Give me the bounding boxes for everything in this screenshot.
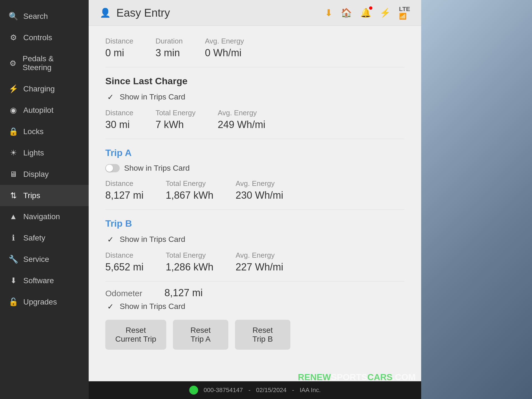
slc-distance-block: Distance 30 mi (105, 109, 133, 131)
watermark: RENEWSPORTSCARS.COM (298, 372, 416, 382)
current-duration-label: Duration (155, 37, 183, 45)
trip-b-avg-energy-block: Avg. Energy 227 Wh/mi (236, 251, 283, 273)
sidebar-label-software: Software (23, 276, 54, 285)
sidebar-label-charging: Charging (23, 85, 55, 93)
sidebar-label-pedals: Pedals & Steering (22, 54, 80, 72)
trip-b-section: Trip B ✓ Show in Trips Card Distance 5,6… (105, 218, 405, 273)
sidebar-label-display: Display (23, 170, 49, 179)
service-icon: 🔧 (8, 255, 18, 264)
sidebar-item-display[interactable]: 🖥 Display (0, 163, 89, 185)
trip-a-energy-block: Total Energy 1,867 kWh (166, 179, 213, 201)
since-last-charge-checkmark: ✓ (105, 92, 115, 102)
sidebar-item-autopilot[interactable]: ◉ Autopilot (0, 99, 89, 121)
software-icon: ⬇ (8, 276, 18, 285)
status-dot (189, 386, 198, 395)
trip-b-distance-value: 5,652 mi (105, 261, 144, 273)
reset-trip-b-button[interactable]: ResetTrip B (235, 320, 290, 350)
sidebar-item-trips[interactable]: ⇅ Trips (0, 185, 89, 206)
sidebar-item-upgrades[interactable]: 🔓 Upgrades (0, 291, 89, 313)
trip-a-toggle-label: Show in Trips Card (124, 164, 190, 173)
bottom-bar-separator2: - (292, 387, 294, 394)
since-last-charge-toggle-label: Show in Trips Card (120, 93, 185, 101)
bottom-bar-phone: 000-38754147 (204, 387, 243, 394)
trip-a-distance-value: 8,127 mi (105, 190, 144, 201)
current-distance-value: 0 mi (105, 47, 133, 59)
odometer-toggle-row[interactable]: ✓ Show in Trips Card (105, 301, 405, 311)
content-area: Distance 0 mi Duration 3 min Avg. Energy… (89, 26, 421, 381)
bluetooth-icon: ⚡ (380, 7, 391, 18)
watermark-cars: CARS (367, 372, 393, 382)
trip-a-toggle-row[interactable]: Show in Trips Card (105, 164, 405, 173)
autopilot-icon: ◉ (8, 106, 18, 115)
page-title: Easy Entry (116, 7, 319, 19)
header: 👤 Easy Entry ⬇ 🏠 🔔 ⚡ LTE📶 (89, 0, 421, 26)
lock-icon: 🔒 (8, 127, 18, 136)
divider-3 (105, 209, 405, 210)
sidebar-item-controls[interactable]: ⚙ Controls (0, 27, 89, 48)
reset-trip-a-button[interactable]: ResetTrip A (173, 320, 228, 350)
sidebar-label-trips: Trips (23, 191, 40, 200)
trip-b-total-energy-label: Total Energy (166, 251, 213, 260)
trip-a-total-energy-value: 1,867 kWh (166, 190, 213, 201)
sidebar-item-search[interactable]: 🔍 Search (0, 6, 89, 27)
sidebar-item-service[interactable]: 🔧 Service (0, 249, 89, 270)
since-last-charge-title: Since Last Charge (105, 76, 405, 86)
trip-a-toggle-switch[interactable] (105, 164, 120, 172)
upgrades-icon: 🔓 (8, 297, 18, 306)
trip-b-title: Trip B (105, 218, 405, 229)
since-last-charge-toggle-row[interactable]: ✓ Show in Trips Card (105, 92, 405, 102)
trip-b-avg-energy-label: Avg. Energy (236, 251, 283, 260)
sidebar-item-pedals[interactable]: ⚙ Pedals & Steering (0, 48, 89, 78)
divider-2 (105, 139, 405, 139)
bottom-bar-company: IAA Inc. (300, 387, 321, 394)
sidebar-item-charging[interactable]: ⚡ Charging (0, 78, 89, 99)
watermark-sports: SPORTS (331, 372, 367, 382)
odometer-toggle-label: Show in Trips Card (120, 302, 185, 311)
trip-a-avg-energy-block: Avg. Energy 230 Wh/mi (236, 179, 283, 201)
sidebar-label-upgrades: Upgrades (23, 298, 57, 306)
sidebar-label-search: Search (23, 12, 48, 21)
slc-total-energy-label: Total Energy (155, 109, 196, 117)
slc-avg-energy-label: Avg. Energy (218, 109, 265, 117)
home-icon: 🏠 (341, 7, 352, 18)
trip-b-checkmark: ✓ (105, 234, 115, 244)
sidebar-label-autopilot: Autopilot (23, 106, 53, 115)
sidebar-item-navigation[interactable]: ▲ Navigation (0, 206, 89, 227)
trip-b-toggle-label: Show in Trips Card (120, 235, 185, 244)
display-icon: 🖥 (8, 170, 18, 179)
bottom-bar-date: 02/15/2024 (256, 387, 287, 394)
trip-a-avg-energy-label: Avg. Energy (236, 179, 283, 188)
slc-distance-value: 30 mi (105, 119, 133, 131)
divider-4 (105, 281, 405, 282)
sidebar-item-lights[interactable]: ☀ Lights (0, 142, 89, 163)
watermark-com: .COM (392, 372, 416, 382)
trip-a-stats: Distance 8,127 mi Total Energy 1,867 kWh… (105, 179, 405, 201)
sidebar-item-locks[interactable]: 🔒 Locks (0, 121, 89, 142)
current-trip-section: Distance 0 mi Duration 3 min Avg. Energy… (105, 37, 405, 59)
pedals-icon: ⚙ (8, 59, 17, 68)
current-energy-block: Avg. Energy 0 Wh/mi (205, 37, 244, 59)
navigation-icon: ▲ (8, 212, 18, 221)
current-trip-stats: Distance 0 mi Duration 3 min Avg. Energy… (105, 37, 405, 59)
odometer-section: Odometer 8,127 mi ✓ Show in Trips Card (105, 287, 405, 311)
bell-icon: 🔔 (360, 7, 371, 18)
lights-icon: ☀ (8, 148, 18, 157)
safety-icon: ℹ (8, 233, 18, 242)
sidebar-item-software[interactable]: ⬇ Software (0, 270, 89, 291)
odometer-row: Odometer 8,127 mi (105, 287, 405, 299)
sidebar-label-navigation: Navigation (23, 212, 60, 221)
trip-a-distance-block: Distance 8,127 mi (105, 179, 144, 201)
reset-buttons-group: ResetCurrent Trip ResetTrip A ResetTrip … (105, 320, 405, 350)
bottom-bar: 000-38754147 - 02/15/2024 - IAA Inc. (89, 381, 421, 399)
trip-a-toggle-knob (106, 165, 113, 172)
trip-b-avg-energy-value: 227 Wh/mi (236, 261, 283, 273)
current-distance-block: Distance 0 mi (105, 37, 133, 59)
controls-icon: ⚙ (8, 33, 18, 42)
sidebar-item-safety[interactable]: ℹ Safety (0, 227, 89, 249)
reset-current-trip-button[interactable]: ResetCurrent Trip (105, 320, 166, 350)
trip-a-title: Trip A (105, 147, 405, 158)
divider-1 (105, 67, 405, 67)
trip-b-total-energy-value: 1,286 kWh (166, 261, 213, 273)
trip-b-toggle-row[interactable]: ✓ Show in Trips Card (105, 234, 405, 244)
trip-a-total-energy-label: Total Energy (166, 179, 213, 188)
